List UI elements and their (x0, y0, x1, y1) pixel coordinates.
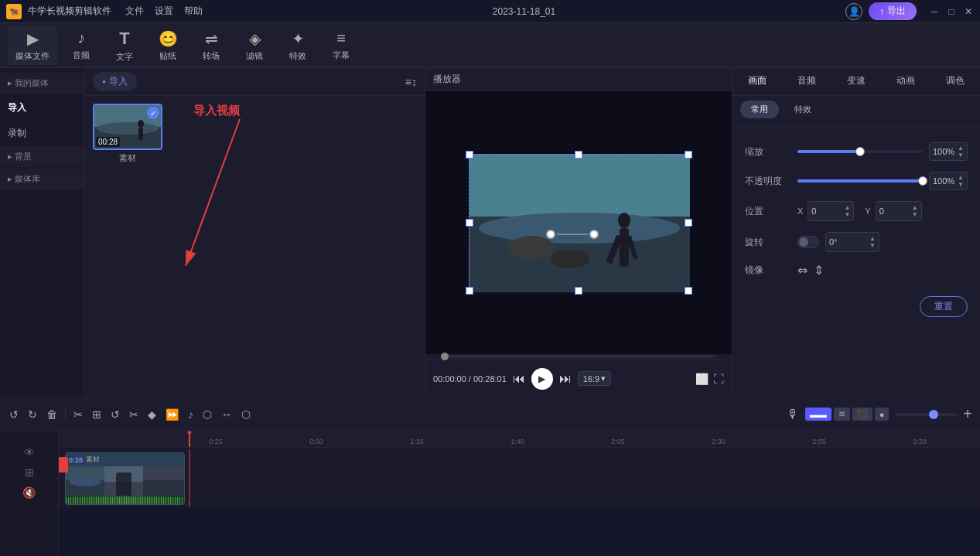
toolbar-item-transition[interactable]: ⇌ 转场 (192, 26, 230, 65)
export-arrow-icon: ↑ (879, 6, 884, 17)
tab-color-label: 调色 (946, 74, 965, 87)
scale-value: 100% ▲▼ (929, 142, 968, 161)
import-button[interactable]: 导入 (93, 72, 137, 91)
media-item[interactable]: ✓ 00:28 素材 (93, 104, 162, 164)
aspect-ratio-button[interactable]: 16:9 ▾ (578, 371, 611, 386)
sidebar-my-media[interactable]: ▸ 我的媒体 (0, 73, 84, 94)
prev-frame-button[interactable]: ⏮ (513, 372, 525, 386)
menu-settings[interactable]: 设置 (155, 5, 173, 18)
track-clip[interactable]: 0:28 素材 (65, 452, 185, 505)
toolbar-item-filter[interactable]: ◈ 滤镜 (235, 26, 274, 65)
timeline-right-tools: 🎙 ▬▬ ≋ ⬛ ● + (787, 405, 972, 423)
x-arrows[interactable]: ▲▼ (844, 204, 850, 218)
close-button[interactable]: ✕ (963, 6, 974, 17)
sidebar-my-media-arrow: ▸ (8, 78, 15, 87)
x-label: X (797, 206, 803, 216)
split-button[interactable]: ⊞ (90, 407, 103, 422)
sidebar-background[interactable]: ▸ 背景 (0, 146, 84, 167)
track-btn-image[interactable]: ⬛ (852, 408, 872, 421)
opacity-thumb[interactable] (918, 176, 927, 186)
handle-mid-left[interactable] (466, 219, 473, 227)
y-input[interactable]: 0 ▲▼ (876, 201, 922, 221)
handle-top-mid[interactable] (575, 151, 582, 159)
x-input[interactable]: 0 ▲▼ (808, 201, 854, 221)
track-mute-button[interactable]: 🔇 (22, 486, 36, 499)
mirror-horizontal-button[interactable]: ⇔ (797, 263, 808, 278)
next-frame-button[interactable]: ⏭ (559, 372, 572, 386)
user-icon[interactable]: 👤 (845, 3, 862, 20)
sort-icon[interactable]: ≡↕ (405, 76, 417, 88)
crop-icon[interactable]: ⬜ (695, 373, 709, 385)
tab-audio-label: 音频 (797, 74, 816, 87)
toolbar-item-text[interactable]: T 文字 (105, 26, 144, 66)
tab-canvas[interactable]: 画面 (732, 68, 782, 95)
toolbar-item-effects[interactable]: ✦ 特效 (278, 26, 317, 65)
microphone-icon[interactable]: 🎙 (787, 408, 799, 421)
rotation-arrows[interactable]: ▲▼ (869, 235, 876, 249)
track-btn-circle[interactable]: ● (875, 408, 890, 421)
opacity-slider[interactable] (797, 179, 923, 182)
toolbar-item-audio[interactable]: ♪ 音频 (62, 26, 101, 64)
zoom-slider[interactable] (895, 413, 957, 416)
media-icon: ▶ (27, 29, 39, 48)
rotate-tl-button[interactable]: ↔ (220, 407, 234, 422)
handle-bottom-right[interactable] (685, 287, 692, 295)
tab-audio[interactable]: 音频 (782, 68, 831, 95)
speed-button[interactable]: ⏩ (164, 407, 180, 422)
tab-speed[interactable]: 变速 (831, 68, 881, 95)
audio-button[interactable]: ♪ (186, 407, 195, 422)
trim-button[interactable]: ✂ (128, 407, 140, 422)
y-arrows[interactable]: ▲▼ (912, 204, 918, 218)
reset-button[interactable]: 重置 (920, 296, 968, 317)
cut-button[interactable]: ✂ (72, 407, 84, 422)
crop-tl-button[interactable]: ⬡ (201, 407, 213, 422)
track-grid-button[interactable]: ⊞ (25, 466, 34, 479)
add-track-button[interactable]: + (963, 405, 972, 423)
preview-progress[interactable] (441, 355, 716, 358)
scale-thumb[interactable] (855, 147, 865, 156)
subtab-common[interactable]: 常用 (740, 101, 779, 118)
scale-value-arrows[interactable]: ▲▼ (958, 145, 964, 159)
timeline-playhead[interactable] (189, 431, 190, 447)
mirror-vertical-button[interactable]: ⇕ (814, 263, 824, 278)
delete-button[interactable]: 🗑 (45, 407, 59, 422)
play-button[interactable]: ▶ (531, 368, 553, 390)
export-button[interactable]: ↑ 导出 (869, 2, 917, 20)
rotation-input[interactable]: 0° ▲▼ (825, 232, 879, 252)
undo-button[interactable]: ↺ (8, 407, 20, 422)
redo-button[interactable]: ↻ (26, 407, 39, 422)
track-eye-button[interactable]: 👁 (24, 446, 35, 459)
loop-button[interactable]: ↺ (109, 407, 121, 422)
handle-mid-right[interactable] (685, 219, 692, 227)
menu-file[interactable]: 文件 (125, 5, 144, 18)
text-icon: T (119, 29, 129, 49)
handle-top-right[interactable] (685, 151, 692, 159)
keyframe-button[interactable]: ◆ (146, 407, 158, 422)
track-area: 0:28 素材 (59, 449, 980, 507)
handle-bottom-left[interactable] (466, 287, 473, 295)
menu-help[interactable]: 帮助 (184, 5, 203, 18)
tab-color[interactable]: 调色 (930, 68, 980, 95)
sidebar-item-import[interactable]: 导入 (0, 95, 84, 121)
sidebar-item-record[interactable]: 录制 (0, 121, 84, 146)
tab-animation[interactable]: 动画 (881, 68, 930, 95)
scale-slider[interactable] (797, 150, 923, 153)
scale-row: 缩放 100% ▲▼ (745, 142, 968, 161)
subtab-effects[interactable]: 特效 (784, 101, 822, 118)
toolbar: ▶ 媒体文件 ♪ 音频 T 文字 😊 贴纸 ⇌ 转场 ◈ 滤镜 ✦ 特效 ≡ 字… (0, 23, 980, 68)
handle-top-left[interactable] (466, 151, 473, 159)
track-btn-video[interactable]: ▬▬ (805, 408, 831, 421)
minimize-button[interactable]: ─ (929, 6, 940, 17)
handle-bottom-mid[interactable] (575, 287, 582, 295)
toolbar-item-media[interactable]: ▶ 媒体文件 (8, 26, 57, 65)
toolbar-item-sticker[interactable]: 😊 贴纸 (149, 26, 187, 65)
fullscreen-icon[interactable]: ⛶ (713, 373, 724, 385)
sidebar-my-media-label: 我的媒体 (15, 78, 49, 87)
sidebar-media-library[interactable]: ▸ 媒体库 (0, 169, 84, 189)
opacity-value-arrows[interactable]: ▲▼ (958, 174, 964, 188)
maximize-button[interactable]: □ (946, 6, 957, 17)
more-button[interactable]: ⬡ (240, 407, 252, 422)
track-btn-audio[interactable]: ≋ (834, 408, 850, 421)
rotation-toggle[interactable] (797, 236, 819, 248)
toolbar-item-subtitle[interactable]: ≡ 字幕 (322, 26, 360, 64)
